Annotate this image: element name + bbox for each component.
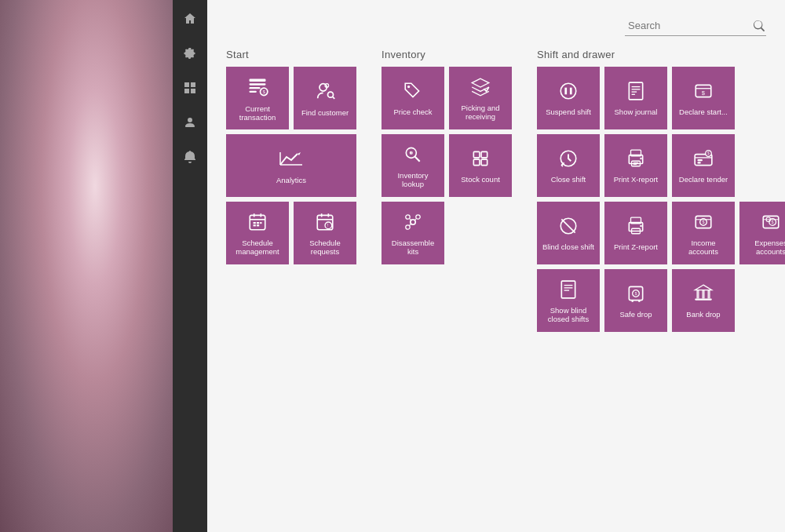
search-input[interactable] <box>625 16 766 36</box>
print-x-report-tile[interactable]: Print X-report <box>604 134 667 197</box>
print-z-report-icon <box>626 216 646 239</box>
find-customer-label: Find customer <box>301 108 349 117</box>
analytics-tile[interactable]: Analytics <box>226 134 356 197</box>
current-transaction-label: Current transaction <box>231 104 284 122</box>
start-row-1: $ Current transaction <box>226 67 356 129</box>
sidebar-icon-settings[interactable] <box>179 42 201 64</box>
close-shift-icon <box>558 148 579 172</box>
sidebar-icon-home[interactable] <box>179 8 201 30</box>
svg-rect-101 <box>695 299 712 301</box>
svg-marker-14 <box>298 152 301 155</box>
shift-row-3: Blind close shift Print Z-report <box>537 202 785 264</box>
current-transaction-icon: $ <box>246 76 268 101</box>
svg-rect-23 <box>260 222 261 224</box>
shift-drawer-section-title: Shift and drawer <box>537 49 785 60</box>
shift-row-1: Suspend shift Show journa <box>537 67 785 129</box>
svg-point-32 <box>407 86 410 88</box>
svg-point-43 <box>416 214 420 218</box>
bank-drop-tile[interactable]: Bank drop <box>672 269 735 332</box>
inventory-row-2: $ Inventory lookup <box>382 134 512 197</box>
sidebar-icon-bell[interactable] <box>179 146 201 168</box>
inventory-row-1: Price check Picking and receiving <box>382 67 512 129</box>
svg-rect-4 <box>250 78 266 82</box>
safe-drop-tile[interactable]: $ Safe drop <box>604 269 667 332</box>
print-z-report-tile[interactable]: Print Z-report <box>604 202 667 264</box>
schedule-requests-icon: ! <box>315 212 335 235</box>
sections-row: Start $ <box>226 49 766 332</box>
start-section: Start $ <box>226 49 356 264</box>
sidebar-icon-grid[interactable] <box>179 77 201 99</box>
svg-point-30 <box>325 222 332 229</box>
search-icon <box>754 20 765 31</box>
inventory-lookup-label: Inventory lookup <box>386 171 440 189</box>
inventory-row-3: Disassemble kits <box>382 202 512 264</box>
svg-text:$: $ <box>702 90 706 97</box>
analytics-label: Analytics <box>276 176 306 184</box>
picking-receiving-tile[interactable]: Picking and receiving <box>449 67 512 129</box>
picking-receiving-label: Picking and receiving <box>454 104 507 122</box>
price-check-tile[interactable]: Price check <box>382 67 444 129</box>
declare-tender-tile[interactable]: $ Declare tender <box>672 134 735 197</box>
svg-rect-98 <box>696 290 699 299</box>
start-row-3: Schedule management ! <box>226 202 356 264</box>
stock-count-tile[interactable]: Stock count <box>449 134 512 197</box>
income-accounts-label: Income accounts <box>677 239 730 257</box>
svg-rect-25 <box>257 224 259 226</box>
schedule-management-tile[interactable]: Schedule management <box>226 202 289 264</box>
sidebar <box>173 0 207 532</box>
svg-rect-88 <box>561 281 575 298</box>
close-shift-tile[interactable]: Close shift <box>537 134 600 197</box>
close-shift-label: Close shift <box>551 175 586 184</box>
svg-rect-1 <box>191 82 195 87</box>
start-tiles-grid: $ Current transaction <box>226 67 356 264</box>
svg-rect-0 <box>184 82 189 87</box>
inventory-lookup-tile[interactable]: $ Inventory lookup <box>382 134 444 197</box>
svg-text:$: $ <box>634 291 637 296</box>
svg-rect-99 <box>702 290 704 299</box>
top-bar <box>226 16 766 36</box>
blind-close-shift-label: Blind close shift <box>542 242 594 251</box>
find-customer-icon: + <box>314 80 336 105</box>
suspend-shift-label: Suspend shift <box>546 107 591 116</box>
find-customer-tile[interactable]: + Find customer <box>294 67 356 129</box>
declare-start-tile[interactable]: $ Declare start... <box>672 67 735 129</box>
svg-rect-38 <box>481 152 487 159</box>
blind-close-shift-tile[interactable]: Blind close shift <box>537 202 600 264</box>
svg-text:!: ! <box>327 223 329 228</box>
schedule-requests-tile[interactable]: ! Schedule requests <box>294 202 356 264</box>
disassemble-kits-tile[interactable]: Disassemble kits <box>382 202 444 264</box>
svg-text:$: $ <box>702 219 704 224</box>
schedule-management-icon <box>247 212 268 235</box>
svg-rect-51 <box>629 82 642 100</box>
income-accounts-tile[interactable]: $ Income accounts <box>672 202 735 264</box>
current-transaction-tile[interactable]: $ Current transaction <box>226 67 289 129</box>
shift-drawer-tiles-grid: Suspend shift Show journa <box>537 67 785 332</box>
suspend-shift-tile[interactable]: Suspend shift <box>537 67 600 129</box>
sidebar-icon-person[interactable] <box>179 111 201 133</box>
search-container <box>625 16 766 36</box>
expenses-accounts-tile[interactable]: $ Expenses accounts <box>739 202 785 264</box>
declare-tender-label: Declare tender <box>679 175 728 184</box>
inventory-section: Inventory Price check <box>382 49 512 264</box>
safe-drop-icon: $ <box>626 283 646 307</box>
svg-point-48 <box>560 84 576 100</box>
expenses-accounts-icon: $ <box>761 212 781 235</box>
print-x-report-label: Print X-report <box>614 175 659 184</box>
svg-text:+: + <box>326 85 328 89</box>
schedule-requests-label: Schedule requests <box>298 239 352 257</box>
svg-rect-78 <box>640 225 641 227</box>
show-blind-closed-tile[interactable]: Show blind closed shifts <box>537 269 600 332</box>
suspend-shift-icon <box>558 81 579 104</box>
disassemble-kits-label: Disassemble kits <box>386 239 440 257</box>
show-journal-tile[interactable]: Show journal <box>604 67 667 129</box>
show-blind-closed-icon <box>558 279 579 303</box>
show-journal-label: Show journal <box>615 107 658 116</box>
svg-point-42 <box>406 214 410 218</box>
svg-rect-24 <box>254 224 256 226</box>
print-z-report-label: Print Z-report <box>614 242 658 251</box>
shift-drawer-section: Shift and drawer Suspend shift <box>537 49 785 332</box>
svg-marker-97 <box>695 285 712 290</box>
svg-rect-3 <box>191 89 195 93</box>
svg-rect-64 <box>640 158 641 159</box>
svg-rect-5 <box>250 83 266 85</box>
